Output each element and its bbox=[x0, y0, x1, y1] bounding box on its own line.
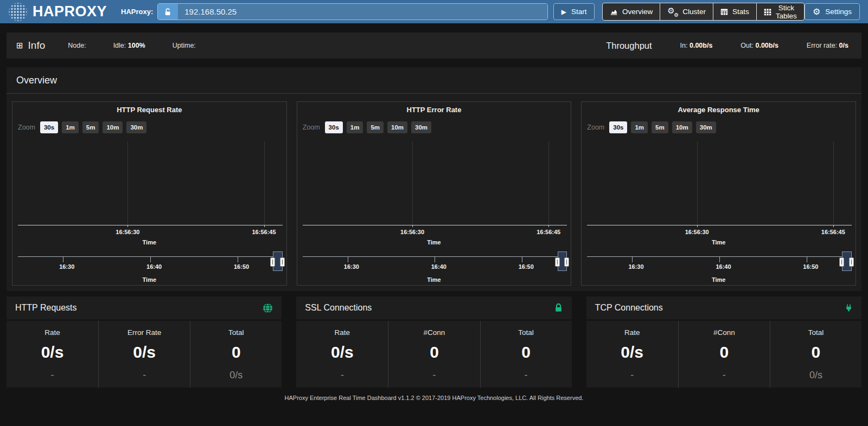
zoom-option-30m[interactable]: 30m bbox=[411, 121, 431, 133]
zoom-option-1m[interactable]: 1m bbox=[347, 121, 363, 133]
navigator-tick bbox=[63, 257, 63, 262]
overview-section: Overview HTTP Request Rate Zoom 30s 1m 5… bbox=[7, 67, 861, 291]
metric-total: Total 0 0/s bbox=[190, 321, 282, 388]
zoom-option-30s[interactable]: 30s bbox=[40, 121, 58, 133]
chart-panel-http-request-rate: HTTP Request Rate Zoom 30s 1m 5m 10m 30m… bbox=[12, 101, 287, 286]
lock-icon bbox=[554, 303, 563, 313]
zoom-option-30s[interactable]: 30s bbox=[609, 121, 627, 133]
xaxis-labels: 16:56:30 16:56:45 bbox=[587, 229, 852, 235]
chart-panel-http-error-rate: HTTP Error Rate Zoom 30s 1m 5m 10m 30m 1… bbox=[297, 101, 572, 286]
chart-title: HTTP Error Rate bbox=[297, 106, 571, 114]
xaxis-title: Time bbox=[297, 239, 571, 246]
navigator-tick bbox=[348, 257, 348, 262]
navigator-title: Time bbox=[297, 276, 571, 283]
ssl-connections-card: SSL Connections Rate 0/s - #Conn 0 - Tot… bbox=[296, 296, 571, 388]
range-navigator[interactable]: 16:30 16:40 16:50 bbox=[303, 256, 567, 275]
navigator-tick bbox=[150, 257, 151, 262]
xaxis-labels: 16:56:30 16:56:45 bbox=[18, 229, 283, 235]
start-button[interactable]: ▶ Start bbox=[553, 3, 595, 20]
navigator-tick bbox=[807, 257, 807, 262]
zoom-option-5m[interactable]: 5m bbox=[82, 121, 99, 133]
brand-text: HAPROXY bbox=[33, 3, 107, 20]
gridline bbox=[697, 141, 698, 225]
node-label: Node: bbox=[68, 42, 86, 49]
error-rate: Error rate: 0/s bbox=[807, 42, 848, 49]
zoom-label: Zoom bbox=[18, 124, 35, 131]
unlock-icon bbox=[158, 4, 178, 20]
navigator-right-handle[interactable] bbox=[564, 257, 569, 267]
navigator-left-handle[interactable] bbox=[839, 257, 844, 267]
card-header: TCP Connections bbox=[586, 296, 861, 321]
metric-error-rate: Error Rate 0/s - bbox=[98, 321, 190, 388]
zoom-option-1m[interactable]: 1m bbox=[62, 121, 79, 133]
card-body: Rate 0/s - #Conn 0 - Total 0 - bbox=[296, 321, 571, 388]
overview-heading: Overview bbox=[7, 67, 861, 93]
info-toggle[interactable]: ⊞ Info bbox=[16, 40, 45, 51]
zoom-option-10m[interactable]: 10m bbox=[387, 121, 407, 133]
chart-plot-area[interactable] bbox=[303, 140, 567, 225]
idle-value: 100% bbox=[128, 42, 145, 49]
gridline bbox=[548, 141, 549, 225]
metric-conn: #Conn 0 - bbox=[678, 321, 770, 388]
zoom-option-5m[interactable]: 5m bbox=[367, 121, 384, 133]
throughput-label: Throughput bbox=[606, 41, 652, 51]
metric-rate: Rate 0/s - bbox=[296, 321, 388, 388]
throughput-in: In: 0.00b/s bbox=[680, 42, 713, 49]
haproxy-logo-icon bbox=[9, 3, 27, 21]
metric-total: Total 0 - bbox=[480, 321, 572, 388]
zoom-option-10m[interactable]: 10m bbox=[672, 121, 692, 133]
grid-icon bbox=[764, 8, 771, 16]
throughput-out-value: 0.00b/s bbox=[755, 42, 778, 49]
zoom-option-30m[interactable]: 30m bbox=[126, 121, 146, 133]
gear-icon: ⚙ bbox=[813, 8, 820, 16]
zoom-controls: Zoom 30s 1m 5m 10m 30m bbox=[18, 121, 146, 133]
zoom-option-30m[interactable]: 30m bbox=[696, 121, 716, 133]
gridline bbox=[412, 141, 413, 225]
settings-button[interactable]: ⚙ Settings bbox=[805, 3, 860, 20]
chart-plot-area[interactable] bbox=[587, 140, 852, 225]
navigator-tick bbox=[719, 257, 720, 262]
card-body: Rate 0/s - Error Rate 0/s - Total 0 0/s bbox=[7, 321, 282, 388]
table-icon bbox=[720, 8, 728, 16]
tab-overview[interactable]: Overview bbox=[602, 3, 660, 21]
info-bar: ⊞ Info Node: Idle: 100% Uptime: Throughp… bbox=[7, 33, 861, 59]
address-input[interactable] bbox=[178, 4, 547, 20]
range-navigator[interactable]: 16:30 16:40 16:50 bbox=[18, 256, 283, 275]
navigator-title: Time bbox=[12, 276, 286, 283]
card-header: HTTP Requests bbox=[7, 296, 282, 321]
gridline bbox=[833, 141, 834, 225]
error-rate-value: 0/s bbox=[839, 42, 848, 49]
navigator-tick bbox=[238, 257, 238, 262]
zoom-label: Zoom bbox=[303, 124, 320, 131]
zoom-option-1m[interactable]: 1m bbox=[631, 121, 648, 133]
axis-tick bbox=[412, 225, 413, 227]
zoom-option-10m[interactable]: 10m bbox=[103, 121, 123, 133]
idle-stat: Idle: 100% bbox=[113, 42, 145, 49]
navigator-right-handle[interactable] bbox=[849, 257, 854, 267]
navigator-tick bbox=[522, 257, 522, 262]
axis-tick bbox=[833, 225, 834, 227]
tab-stats[interactable]: Stats bbox=[713, 3, 757, 21]
navigator-left-handle[interactable] bbox=[555, 257, 560, 267]
metric-rate: Rate 0/s - bbox=[7, 321, 98, 388]
chart-plot-area[interactable] bbox=[18, 140, 283, 225]
globe-icon bbox=[263, 303, 273, 313]
http-requests-card: HTTP Requests Rate 0/s - Error Rate 0/s … bbox=[7, 296, 282, 388]
navigator-left-handle[interactable] bbox=[270, 257, 275, 267]
metric-cards-row: HTTP Requests Rate 0/s - Error Rate 0/s … bbox=[7, 296, 861, 388]
haproxy-brand: HAPROXY bbox=[9, 3, 107, 21]
top-navbar: HAPROXY HAProxy: ▶ Start Overview ⚙⚙ Clu… bbox=[0, 0, 868, 23]
xaxis-title: Time bbox=[12, 239, 286, 246]
navigator-right-handle[interactable] bbox=[280, 257, 285, 267]
zoom-label: Zoom bbox=[587, 124, 604, 131]
metric-conn: #Conn 0 - bbox=[388, 321, 480, 388]
tab-stick-tables[interactable]: Stick Tables bbox=[756, 3, 805, 21]
metric-rate: Rate 0/s - bbox=[586, 321, 678, 388]
tab-cluster[interactable]: ⚙⚙ Cluster bbox=[660, 3, 713, 21]
zoom-option-5m[interactable]: 5m bbox=[652, 121, 668, 133]
axis-tick bbox=[697, 225, 698, 227]
zoom-option-30s[interactable]: 30s bbox=[325, 121, 343, 133]
address-label: HAProxy: bbox=[121, 8, 153, 16]
range-navigator[interactable]: 16:30 16:40 16:50 bbox=[587, 256, 852, 275]
play-icon: ▶ bbox=[561, 9, 566, 15]
